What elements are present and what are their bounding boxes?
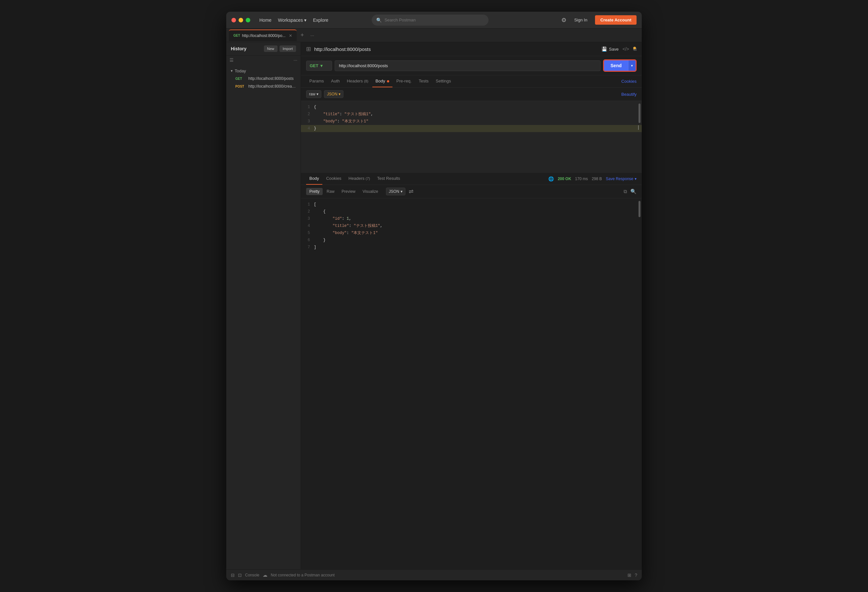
body-format-select[interactable]: JSON ▾ bbox=[324, 90, 344, 98]
settings-icon[interactable]: ⚙ bbox=[561, 16, 567, 24]
response-size: 298 B bbox=[592, 177, 602, 181]
close-tab-icon[interactable]: ✕ bbox=[289, 34, 292, 38]
resp-tab-cookies[interactable]: Cookies bbox=[323, 173, 345, 185]
history-group: ▾ Today GET http://localhost:8000/posts … bbox=[226, 65, 301, 93]
save-button[interactable]: 💾 Save bbox=[601, 46, 619, 52]
add-tab-button[interactable]: + bbox=[298, 32, 307, 38]
titlebar: Home Workspaces ▾ Explore 🔍 ⚙ Sign In Cr… bbox=[226, 12, 642, 28]
request-icon: ⊞ bbox=[306, 46, 311, 53]
method-select[interactable]: GET ▾ bbox=[306, 61, 332, 71]
cookies-link[interactable]: Cookies bbox=[621, 79, 636, 84]
statusbar: ⊟ ⊡ Console ☁ Not connected to a Postman… bbox=[226, 569, 642, 580]
chevron-down-icon: ▾ bbox=[231, 69, 233, 73]
tab-params[interactable]: Params bbox=[306, 75, 327, 87]
response-format-select[interactable]: JSON ▾ bbox=[386, 187, 406, 195]
url-bar: GET ▾ Send ▾ bbox=[301, 56, 642, 75]
console-icon[interactable]: ⊡ bbox=[238, 573, 242, 578]
connection-status: Not connected to a Postman account bbox=[271, 573, 335, 577]
tab-auth[interactable]: Auth bbox=[328, 75, 343, 87]
import-button[interactable]: Import bbox=[279, 46, 296, 52]
history-item-get[interactable]: GET http://localhost:8000/posts bbox=[226, 75, 301, 83]
traffic-lights bbox=[232, 18, 250, 22]
create-account-button[interactable]: Create Account bbox=[595, 15, 636, 25]
code-icon[interactable]: </> bbox=[623, 46, 629, 52]
request-body-editor[interactable]: 1 { 2 "title": "テスト投稿1", 3 "body": "本文テス… bbox=[301, 101, 642, 172]
maximize-button[interactable] bbox=[246, 18, 250, 22]
more-tabs-button[interactable]: ··· bbox=[308, 33, 317, 38]
response-tabs: Body Cookies Headers (7) Test Results 🌐 … bbox=[301, 173, 642, 185]
explore-nav[interactable]: Explore bbox=[310, 16, 331, 24]
main-layout: History New Import ☰ ··· ▾ Today GET htt… bbox=[226, 42, 642, 569]
copy-response-icon[interactable]: ⧉ bbox=[624, 189, 627, 195]
save-response-button[interactable]: Save Response ▾ bbox=[606, 177, 636, 181]
body-type-label: raw bbox=[309, 92, 315, 96]
tab-method: GET bbox=[233, 34, 240, 37]
search-bar[interactable]: 🔍 bbox=[372, 15, 489, 26]
save-icon: 💾 bbox=[601, 46, 607, 52]
resp-tab-tests[interactable]: Test Results bbox=[374, 173, 403, 185]
tab-url: http://localhost:8000/po... bbox=[242, 34, 286, 38]
search-response-icon[interactable]: 🔍 bbox=[630, 189, 636, 195]
sidebar-header: History New Import bbox=[226, 42, 301, 56]
view-pretty[interactable]: Pretty bbox=[306, 188, 323, 195]
chevron-down-icon: ▾ bbox=[304, 18, 306, 23]
active-tab[interactable]: GET http://localhost:8000/po... ✕ bbox=[229, 30, 297, 41]
wrap-icon[interactable]: ⇌ bbox=[409, 188, 413, 195]
filter-icon[interactable]: ☰ bbox=[229, 58, 234, 63]
tab-prereq[interactable]: Pre-req. bbox=[393, 75, 415, 87]
send-dropdown[interactable]: ▾ bbox=[628, 61, 636, 71]
search-input[interactable] bbox=[384, 18, 484, 22]
resp-line-3: 3 "id": 1, bbox=[301, 215, 642, 222]
code-line-3: 3 "body": "本文テスト1" bbox=[301, 118, 642, 125]
save-response-label: Save Response bbox=[606, 177, 633, 181]
history-group-today[interactable]: ▾ Today bbox=[226, 67, 301, 75]
resp-line-4: 4 "title": "テスト投稿1", bbox=[301, 222, 642, 229]
view-preview[interactable]: Preview bbox=[338, 188, 359, 195]
new-button[interactable]: New bbox=[264, 46, 278, 52]
response-icons: ⧉ 🔍 bbox=[624, 189, 636, 195]
resp-line-7: 7 ] bbox=[301, 244, 642, 251]
tab-settings[interactable]: Settings bbox=[433, 75, 454, 87]
view-visualize[interactable]: Visualize bbox=[359, 188, 381, 195]
resp-line-2: 2 { bbox=[301, 208, 642, 215]
tab-body[interactable]: Body bbox=[372, 75, 393, 87]
request-header-actions: 💾 Save </> ⧉ bbox=[601, 46, 636, 52]
console-label[interactable]: Console bbox=[245, 573, 259, 577]
resp-tab-body[interactable]: Body bbox=[306, 173, 322, 185]
method-post-badge: POST bbox=[235, 85, 246, 88]
layout-icon[interactable]: ⊟ bbox=[231, 573, 235, 578]
history-more-icon[interactable]: ··· bbox=[294, 58, 297, 63]
send-button[interactable]: Send bbox=[604, 61, 628, 71]
minimize-button[interactable] bbox=[239, 18, 243, 22]
request-title-area: ⊞ http://localhost:8000/posts bbox=[306, 46, 371, 53]
close-button[interactable] bbox=[232, 18, 236, 22]
view-raw[interactable]: Raw bbox=[323, 188, 338, 195]
sign-in-button[interactable]: Sign In bbox=[570, 16, 591, 24]
chevron-down-icon: ▾ bbox=[320, 63, 323, 68]
response-status-area: 🌐 200 OK 170 ms 298 B Save Response ▾ bbox=[548, 176, 636, 182]
copy-area: ⧉ bbox=[633, 46, 636, 52]
expand-icon[interactable]: ⊞ bbox=[627, 573, 631, 578]
chevron-down-icon: ▾ bbox=[316, 92, 319, 96]
resp-tab-headers[interactable]: Headers (7) bbox=[345, 173, 373, 185]
resp-scrollbar[interactable] bbox=[639, 201, 641, 217]
method-label: GET bbox=[310, 63, 319, 68]
body-type-select[interactable]: raw ▾ bbox=[306, 90, 321, 98]
tab-tests[interactable]: Tests bbox=[415, 75, 432, 87]
response-section: Body Cookies Headers (7) Test Results 🌐 … bbox=[301, 172, 642, 569]
workspaces-nav[interactable]: Workspaces ▾ bbox=[275, 16, 309, 24]
response-format-bar: Pretty Raw Preview Visualize JSON ▾ ⇌ ⧉ … bbox=[301, 185, 642, 198]
body-format-label: JSON bbox=[327, 92, 337, 96]
content-area: ⊞ http://localhost:8000/posts 💾 Save </>… bbox=[301, 42, 642, 569]
history-item-post[interactable]: POST http://localhost:8000/createPost bbox=[226, 83, 301, 90]
url-input[interactable] bbox=[335, 61, 601, 71]
code-line-4: 4 } | bbox=[301, 125, 642, 132]
scrollbar[interactable] bbox=[639, 103, 641, 123]
home-nav[interactable]: Home bbox=[257, 16, 274, 24]
cursor-marker: | bbox=[637, 125, 640, 130]
app-window: Home Workspaces ▾ Explore 🔍 ⚙ Sign In Cr… bbox=[226, 12, 642, 580]
beautify-button[interactable]: Beautify bbox=[621, 92, 636, 97]
method-get-badge: GET bbox=[235, 77, 246, 81]
help-icon[interactable]: ? bbox=[635, 573, 637, 578]
tab-headers[interactable]: Headers (8) bbox=[344, 75, 372, 87]
